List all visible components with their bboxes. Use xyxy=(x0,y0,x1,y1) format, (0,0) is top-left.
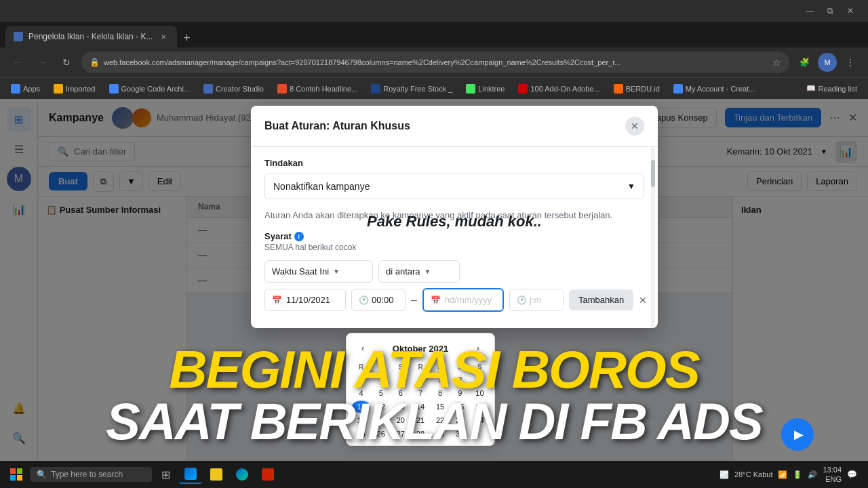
overlay-text-block: BEGINI ATASI BOROS SAAT BERIKLAN DI FB A… xyxy=(0,343,868,447)
start-button[interactable] xyxy=(5,464,27,485)
bookmark-adobe-icon xyxy=(518,84,528,94)
start-date-input[interactable]: 📅 11/10/2021 xyxy=(264,289,346,311)
modal-close-btn[interactable]: ✕ xyxy=(625,117,644,136)
taskbar-right: 🌫️ 28°C Kabut 📶 🔋 🔊 13:04 ENG 💬 xyxy=(719,465,863,485)
bookmark-imported[interactable]: Imported xyxy=(51,83,98,95)
extensions-btn[interactable]: 🧩 xyxy=(795,53,814,72)
end-date-placeholder: hd/mm/yyyy xyxy=(445,295,492,305)
play-button[interactable]: ▶ xyxy=(781,418,814,451)
bookmark-imported-label: Imported xyxy=(66,85,95,93)
taskbar-clock[interactable]: 13:04 ENG xyxy=(823,465,842,485)
end-time-input[interactable]: 🕐 j:m xyxy=(509,289,564,311)
bookmark-reading-label: Reading list xyxy=(818,85,857,93)
bookmark-headline-label: 8 Contoh Headline... xyxy=(290,85,357,93)
title-bar: — ⧉ ✕ xyxy=(0,0,868,22)
bookmark-reading[interactable]: 📖 Reading list xyxy=(804,83,860,94)
taskbar-widgets[interactable]: ⊞ xyxy=(155,464,176,485)
start-time-input[interactable]: 🕐 00:00 xyxy=(351,289,406,311)
main-title-line1: BEGINI ATASI BOROS xyxy=(0,343,868,396)
bookmark-myaccount-label: My Account - Creat... xyxy=(686,85,755,93)
syarat-info-icon[interactable]: i xyxy=(294,232,304,241)
reading-icon: 📖 xyxy=(806,84,816,93)
bookmark-royalty-label: Royalty Free Stock _ xyxy=(383,85,452,93)
menu-btn[interactable]: ⋮ xyxy=(841,53,860,72)
taskbar-notification[interactable]: 💬 xyxy=(847,470,857,479)
back-button[interactable]: ← xyxy=(8,53,27,72)
condition-dropdown-1[interactable]: Waktu Saat Ini ▼ xyxy=(264,260,373,283)
taskbar-search-label: Type here to search xyxy=(51,470,123,479)
restore-btn[interactable]: ⧉ xyxy=(821,1,840,20)
end-date-input[interactable]: 📅 hd/mm/yyyy xyxy=(422,288,504,312)
url-text: web.facebook.com/adsmanager/manage/campa… xyxy=(104,58,768,66)
taskbar-store[interactable] xyxy=(256,466,279,483)
taskbar-browser[interactable] xyxy=(179,465,202,484)
new-tab-button[interactable]: + xyxy=(177,28,196,47)
bookmark-imported-icon xyxy=(54,84,63,94)
datetime-row: 📅 11/10/2021 🕐 00:00 – 📅 hd/mm/yyyy 🕐 xyxy=(264,288,644,312)
modal-info-text: Aturan Anda akan diterapkan ke kampanye … xyxy=(264,210,644,220)
bookmark-linktree-icon xyxy=(466,84,475,94)
remove-condition-btn[interactable]: ✕ xyxy=(639,291,647,310)
start-date-value: 11/10/2021 xyxy=(286,295,330,305)
svg-rect-2 xyxy=(10,475,16,481)
address-bar[interactable]: 🔒 web.facebook.com/adsmanager/manage/cam… xyxy=(81,52,789,73)
bookmark-myaccount-icon xyxy=(673,84,683,94)
cond2-value: di antara xyxy=(386,266,420,277)
bookmark-google[interactable]: Google Code Archi... xyxy=(106,83,193,95)
bookmark-berdu-icon xyxy=(614,84,623,94)
bookmark-adobe[interactable]: 100 Add-On Adobe... xyxy=(515,83,602,95)
bookmark-creator-studio[interactable]: Creator Studio xyxy=(201,83,267,95)
modal-title: Buat Aturan: Aturan Khusus xyxy=(264,120,410,132)
tindakan-label: Tindakan xyxy=(264,158,644,168)
taskbar-edge[interactable] xyxy=(231,466,254,483)
cond1-value: Waktu Saat Ini xyxy=(272,266,329,277)
condition-row: Waktu Saat Ini ▼ di antara ▼ xyxy=(264,260,644,283)
scroll-thumb xyxy=(651,160,655,187)
taskbar-search[interactable]: 🔍 Type here to search xyxy=(30,467,152,482)
modal-body: Tindakan Nonaktifkan kampanye ▼ Aturan A… xyxy=(251,147,658,328)
bookmark-berdu[interactable]: BERDU.id xyxy=(611,83,663,95)
bookmark-royalty[interactable]: Royalty Free Stock _ xyxy=(368,83,455,95)
tab-close-btn[interactable]: ✕ xyxy=(158,31,169,42)
svg-rect-3 xyxy=(17,475,22,481)
refresh-button[interactable]: ↻ xyxy=(57,53,76,72)
bookmark-linktree-label: Linktree xyxy=(478,85,505,93)
taskbar-volume: 🔊 xyxy=(808,470,817,479)
explorer-icon xyxy=(210,468,222,481)
cond2-chevron: ▼ xyxy=(425,268,431,275)
bookmark-myaccount[interactable]: My Account - Creat... xyxy=(671,83,758,95)
bookmark-apps[interactable]: Apps xyxy=(8,83,43,95)
modal-header: Buat Aturan: Aturan Khusus ✕ xyxy=(251,106,658,147)
close-btn[interactable]: ✕ xyxy=(841,1,860,20)
bookmark-google-icon xyxy=(109,84,119,94)
taskbar-explorer[interactable] xyxy=(205,466,228,483)
forward-button[interactable]: → xyxy=(33,53,52,72)
bookmark-headline[interactable]: 8 Contoh Headline... xyxy=(275,83,360,95)
tindakan-value: Nonaktifkan kampanye xyxy=(273,181,370,192)
bookmark-creator-icon xyxy=(203,84,213,94)
cond1-chevron: ▼ xyxy=(333,268,340,275)
bookmark-royalty-icon xyxy=(371,84,380,94)
syarat-label: Syarat i xyxy=(264,231,644,241)
tambahkan-button[interactable]: Tambahkan xyxy=(569,289,633,310)
tindakan-dropdown[interactable]: Nonaktifkan kampanye ▼ xyxy=(264,174,644,199)
bookmarks-bar: Apps Imported Google Code Archi... Creat… xyxy=(0,77,868,99)
bookmark-google-label: Google Code Archi... xyxy=(121,85,191,93)
scroll-indicator[interactable] xyxy=(651,146,655,328)
svg-rect-0 xyxy=(10,468,16,474)
syarat-section: Syarat i SEMUA hal berikut cocok Waktu S… xyxy=(264,231,644,312)
store-icon xyxy=(262,468,274,481)
minimize-btn[interactable]: — xyxy=(800,1,819,20)
date-dash: – xyxy=(411,294,417,306)
clock-icon: 🕐 xyxy=(359,296,369,305)
semua-text: SEMUA hal berikut cocok xyxy=(264,243,644,252)
bookmark-creator-label: Creator Studio xyxy=(216,85,264,93)
content-area: ⊞ ☰ M 📊 🔔 🔍 ⚙️ Kampanye Muhammad Hidayat… xyxy=(0,99,868,488)
condition-dropdown-2[interactable]: di antara ▼ xyxy=(378,260,460,283)
edge-icon xyxy=(236,468,248,481)
profile-btn[interactable]: M xyxy=(818,53,837,72)
bookmark-berdu-label: BERDU.id xyxy=(626,85,660,93)
bookmark-icon[interactable]: ☆ xyxy=(772,57,781,68)
bookmark-linktree[interactable]: Linktree xyxy=(463,83,507,95)
active-tab[interactable]: Pengelola Iklan - Kelola Iklan - K... ✕ xyxy=(5,26,177,47)
